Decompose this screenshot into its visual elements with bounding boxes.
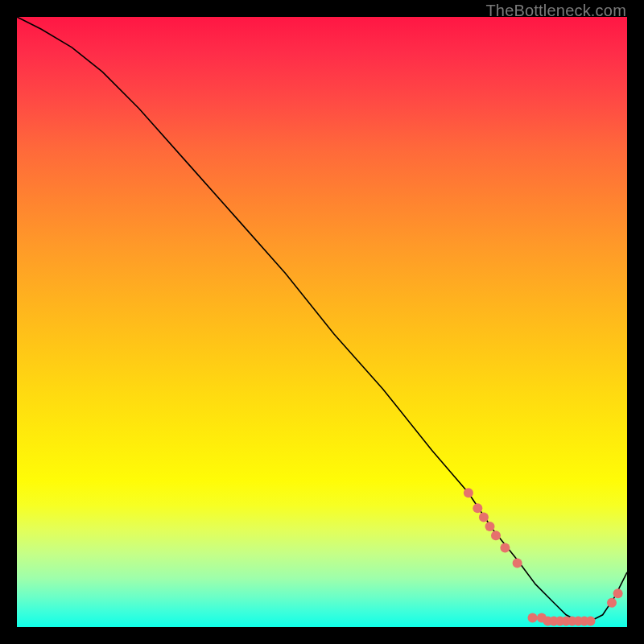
data-marker [485,522,495,531]
data-marker [479,513,489,522]
data-marker [513,558,522,568]
data-marker [528,613,538,623]
data-marker [473,503,482,513]
curve-line [17,17,627,621]
data-marker [491,530,501,540]
data-marker [464,488,473,497]
data-marker [500,543,510,553]
data-marker [607,598,617,608]
chart-svg [17,17,627,627]
plot-area [17,17,627,627]
data-marker [613,588,623,598]
data-marker [586,616,596,625]
chart-frame: TheBottleneck.com [0,0,644,644]
marker-layer [464,488,623,625]
